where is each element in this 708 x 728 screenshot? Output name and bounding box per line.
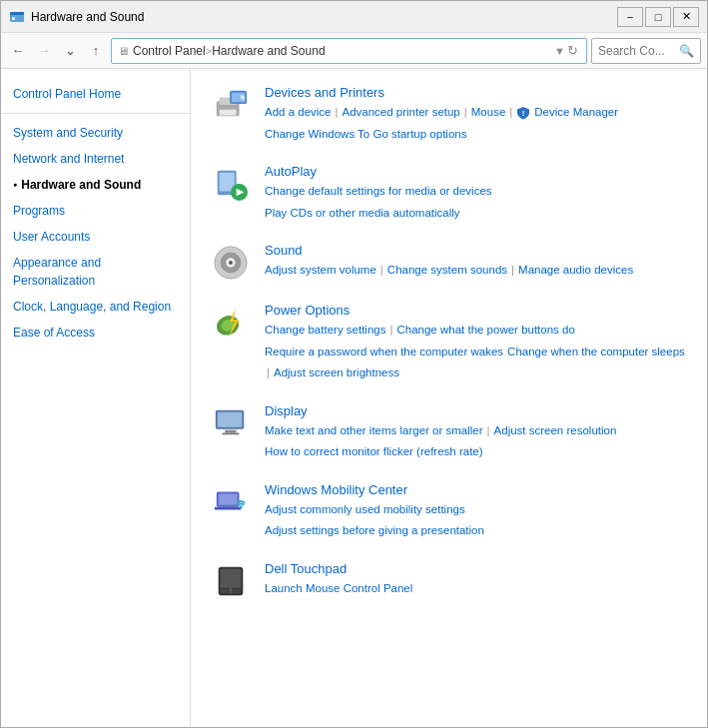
- sidebar-item-hardware-sound[interactable]: Hardware and Sound: [1, 172, 190, 198]
- link-computer-sleeps[interactable]: Change when the computer sleeps: [507, 343, 685, 363]
- sidebar-item-user-accounts[interactable]: User Accounts: [1, 224, 190, 250]
- devices-printers-title[interactable]: Devices and Printers: [265, 85, 687, 100]
- link-text-larger[interactable]: Make text and other items larger or smal…: [265, 421, 483, 441]
- category-mobility: Windows Mobility Center Adjust commonly …: [211, 482, 687, 541]
- touchpad-info: Dell Touchpad Launch Mouse Control Panel: [265, 561, 687, 599]
- devices-printers-links: Add a device | Advanced printer setup | …: [265, 103, 687, 144]
- category-touchpad: Dell Touchpad Launch Mouse Control Panel: [211, 561, 687, 601]
- svg-rect-32: [221, 589, 230, 594]
- svg-text:!: !: [522, 109, 525, 118]
- link-windows-to-go[interactable]: Change Windows To Go startup options: [265, 125, 466, 145]
- crumb-control-panel[interactable]: Control Panel: [133, 44, 206, 58]
- address-box[interactable]: 🖥 Control Panel > Hardware and Sound ▼ ↻: [111, 38, 587, 64]
- forward-button[interactable]: →: [33, 40, 55, 62]
- search-input[interactable]: [598, 44, 675, 58]
- svg-rect-33: [232, 589, 241, 594]
- svg-point-28: [240, 505, 243, 508]
- autoplay-info: AutoPlay Change default settings for med…: [265, 164, 687, 223]
- svg-rect-5: [220, 110, 237, 116]
- restore-button[interactable]: □: [645, 7, 671, 27]
- window-icon: [9, 9, 25, 25]
- crumb-hardware-sound[interactable]: Hardware and Sound: [212, 44, 325, 58]
- link-change-sounds[interactable]: Change system sounds: [387, 261, 507, 281]
- search-icon: 🔍: [679, 44, 694, 58]
- devices-printers-icon: [211, 85, 251, 125]
- power-title[interactable]: Power Options: [265, 303, 687, 318]
- search-box[interactable]: 🔍: [591, 38, 701, 64]
- address-refresh-button[interactable]: ↻: [565, 43, 580, 58]
- address-dropdown-button[interactable]: ▼: [554, 45, 565, 57]
- mobility-title[interactable]: Windows Mobility Center: [265, 482, 687, 497]
- link-mobility-settings[interactable]: Adjust commonly used mobility settings: [265, 500, 465, 520]
- sidebar-item-system-security[interactable]: System and Security: [1, 120, 190, 146]
- link-launch-mouse-control[interactable]: Launch Mouse Control Panel: [265, 579, 412, 599]
- link-monitor-flicker[interactable]: How to correct monitor flicker (refresh …: [265, 442, 483, 462]
- link-manage-audio[interactable]: Manage audio devices: [518, 261, 633, 281]
- category-power: Power Options Change battery settings | …: [211, 303, 687, 383]
- control-panel-icon: 🖥: [118, 45, 129, 57]
- power-links: Change battery settings | Change what th…: [265, 321, 687, 383]
- link-mouse[interactable]: Mouse: [471, 103, 506, 123]
- sound-info: Sound Adjust system volume | Change syst…: [265, 243, 687, 281]
- sidebar-divider-1: [1, 113, 190, 114]
- link-change-default-media[interactable]: Change default settings for media or dev…: [265, 182, 492, 202]
- svg-rect-1: [10, 12, 24, 15]
- category-devices-printers: Devices and Printers Add a device | Adva…: [211, 85, 687, 144]
- link-password-wake[interactable]: Require a password when the computer wak…: [265, 343, 503, 363]
- svg-rect-2: [12, 17, 15, 20]
- sidebar-item-control-panel-home[interactable]: Control Panel Home: [1, 81, 190, 107]
- title-bar-text: Hardware and Sound: [31, 10, 617, 24]
- link-add-device[interactable]: Add a device: [265, 103, 332, 123]
- shield-icon: !: [516, 106, 530, 120]
- sound-title[interactable]: Sound: [265, 243, 687, 258]
- recent-locations-button[interactable]: ⌄: [59, 40, 81, 62]
- link-play-cds[interactable]: Play CDs or other media automatically: [265, 204, 460, 224]
- link-screen-resolution[interactable]: Adjust screen resolution: [494, 421, 617, 441]
- touchpad-title[interactable]: Dell Touchpad: [265, 561, 687, 576]
- category-sound: Sound Adjust system volume | Change syst…: [211, 243, 687, 283]
- close-button[interactable]: ✕: [673, 7, 699, 27]
- back-button[interactable]: ←: [7, 40, 29, 62]
- sidebar-item-programs[interactable]: Programs: [1, 198, 190, 224]
- sidebar-item-network-internet[interactable]: Network and Internet: [1, 146, 190, 172]
- sidebar-item-appearance[interactable]: Appearance and Personalization: [1, 250, 190, 294]
- link-adjust-volume[interactable]: Adjust system volume: [265, 261, 376, 281]
- autoplay-links: Change default settings for media or dev…: [265, 182, 687, 223]
- link-power-buttons[interactable]: Change what the power buttons do: [396, 321, 574, 341]
- svg-rect-23: [225, 429, 236, 432]
- sound-links: Adjust system volume | Change system sou…: [265, 261, 687, 281]
- sidebar-item-ease-of-access[interactable]: Ease of Access: [1, 320, 190, 346]
- mobility-icon: [211, 482, 251, 522]
- svg-point-17: [229, 261, 233, 265]
- power-icon: [211, 303, 251, 343]
- touchpad-links: Launch Mouse Control Panel: [265, 579, 687, 599]
- svg-rect-24: [222, 432, 239, 434]
- display-info: Display Make text and other items larger…: [265, 403, 687, 462]
- sidebar-item-clock-language[interactable]: Clock, Language, and Region: [1, 294, 190, 320]
- mobility-info: Windows Mobility Center Adjust commonly …: [265, 482, 687, 541]
- autoplay-title[interactable]: AutoPlay: [265, 164, 687, 179]
- link-screen-brightness[interactable]: Adjust screen brightness: [274, 364, 399, 383]
- display-title[interactable]: Display: [265, 403, 687, 418]
- svg-rect-30: [221, 569, 242, 588]
- svg-rect-27: [215, 507, 242, 510]
- link-battery-settings[interactable]: Change battery settings: [265, 321, 385, 341]
- address-bar: ← → ⌄ ↑ 🖥 Control Panel > Hardware and S…: [1, 33, 707, 69]
- sound-icon: [211, 243, 251, 283]
- title-bar: Hardware and Sound − □ ✕: [1, 1, 707, 33]
- devices-printers-info: Devices and Printers Add a device | Adva…: [265, 85, 687, 144]
- category-autoplay: AutoPlay Change default settings for med…: [211, 164, 687, 223]
- main-window: Hardware and Sound − □ ✕ ← → ⌄ ↑ 🖥 Contr…: [0, 0, 708, 728]
- touchpad-icon: [211, 561, 251, 601]
- link-presentation-settings[interactable]: Adjust settings before giving a presenta…: [265, 521, 484, 541]
- link-advanced-printer[interactable]: Advanced printer setup: [343, 103, 460, 123]
- right-panel: Devices and Printers Add a device | Adva…: [191, 69, 707, 727]
- mobility-links: Adjust commonly used mobility settings A…: [265, 500, 687, 541]
- link-device-manager[interactable]: Device Manager: [534, 103, 618, 123]
- up-button[interactable]: ↑: [85, 40, 107, 62]
- window-controls: − □ ✕: [617, 7, 699, 27]
- minimize-button[interactable]: −: [617, 7, 643, 27]
- display-links: Make text and other items larger or smal…: [265, 421, 687, 462]
- category-display: Display Make text and other items larger…: [211, 403, 687, 462]
- autoplay-icon: [211, 164, 251, 204]
